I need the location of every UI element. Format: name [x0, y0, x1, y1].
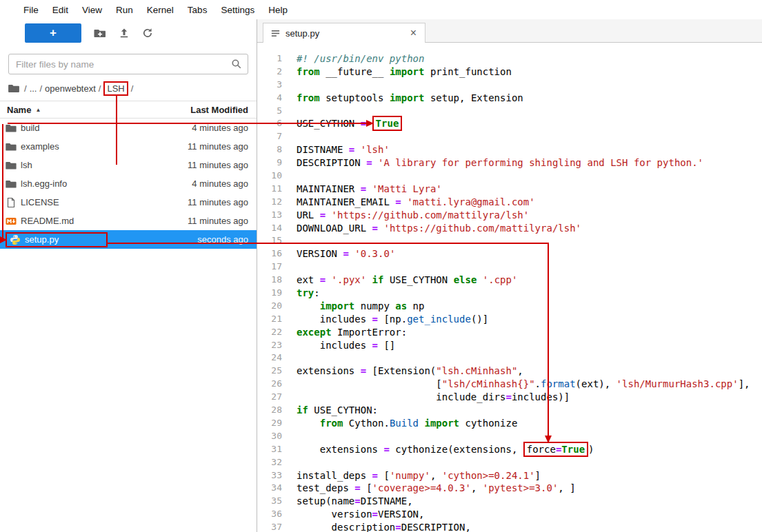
- code-line-36[interactable]: 36 version=VERSION,: [257, 508, 762, 521]
- file-row-license[interactable]: LICENSE11 minutes ago: [0, 193, 257, 212]
- code-line-27[interactable]: 27 include_dirs=includes)]: [257, 391, 762, 404]
- new-launcher-button[interactable]: +: [25, 23, 81, 43]
- menu-item-view[interactable]: View: [75, 5, 109, 15]
- filter-files-input[interactable]: [8, 54, 248, 74]
- code-line-11[interactable]: 11MAINTAINER = 'Matti Lyra': [257, 183, 762, 196]
- menu-item-run[interactable]: Run: [109, 5, 140, 15]
- file-row-readme-md[interactable]: README.md11 minutes ago: [0, 212, 257, 230]
- code-line-15[interactable]: 15: [257, 234, 762, 247]
- code-line-text: extensions = [Extension("lsh.cMinhash",: [290, 365, 523, 378]
- line-number-25: 25: [257, 365, 290, 378]
- code-line-25[interactable]: 25extensions = [Extension("lsh.cMinhash"…: [257, 365, 762, 378]
- file-row-lsh[interactable]: lsh11 minutes ago: [0, 156, 257, 174]
- code-line-text: include_dirs=includes)]: [290, 391, 570, 404]
- line-number-5: 5: [257, 105, 290, 118]
- home-folder-icon[interactable]: [8, 83, 19, 93]
- code-line-16[interactable]: 16VERSION = '0.3.0': [257, 247, 762, 260]
- refresh-icon[interactable]: [142, 28, 153, 39]
- file-row-lsh-egg-info[interactable]: lsh.egg-info4 minutes ago: [0, 174, 257, 193]
- code-line-3[interactable]: 3: [257, 79, 762, 92]
- menu-item-kernel[interactable]: Kernel: [140, 5, 181, 15]
- tab-label: setup.py: [285, 28, 408, 39]
- code-line-22[interactable]: 22except ImportError:: [257, 326, 762, 339]
- line-number-4: 4: [257, 92, 290, 105]
- code-line-34[interactable]: 34test_deps = ['coverage>=4.0.3', 'pytes…: [257, 482, 762, 495]
- code-line-21[interactable]: 21 includes = [np.get_include()]: [257, 313, 762, 326]
- folder-icon: [6, 178, 17, 190]
- code-line-5[interactable]: 5: [257, 105, 762, 118]
- close-tab-icon[interactable]: ×: [408, 27, 419, 39]
- code-line-10[interactable]: 10: [257, 170, 762, 183]
- line-number-2: 2: [257, 65, 290, 79]
- code-line-text: [290, 130, 297, 143]
- line-number-20: 20: [257, 300, 290, 313]
- code-line-text: DESCRIPTION = 'A library for performing …: [290, 156, 703, 170]
- column-header-last-modified[interactable]: Last Modified: [190, 105, 248, 115]
- code-line-2[interactable]: 2from __future__ import print_function: [257, 65, 762, 79]
- file-name-cell: lsh.egg-info: [6, 178, 67, 190]
- file-row-setup-py[interactable]: setup.pyseconds ago: [0, 230, 257, 249]
- upload-icon[interactable]: [119, 28, 130, 39]
- file-last-modified: 11 minutes ago: [188, 141, 248, 152]
- code-line-17[interactable]: 17: [257, 260, 762, 274]
- code-line-8[interactable]: 8DISTNAME = 'lsh': [257, 143, 762, 156]
- code-line-19[interactable]: 19try:: [257, 287, 762, 300]
- line-number-22: 22: [257, 326, 290, 339]
- line-number-32: 32: [257, 456, 290, 469]
- code-line-28[interactable]: 28if USE_CYTHON:: [257, 404, 762, 417]
- new-folder-icon[interactable]: [94, 28, 106, 39]
- annotation-line-lsh-to-folder: [116, 94, 117, 165]
- code-line-32[interactable]: 32: [257, 456, 762, 469]
- code-editor[interactable]: 1#! /usr/bin/env python2from __future__ …: [257, 43, 762, 532]
- code-line-29[interactable]: 29 from Cython.Build import cythonize: [257, 417, 762, 430]
- code-line-33[interactable]: 33install_deps = ['numpy', 'cython>=0.24…: [257, 469, 762, 482]
- code-line-13[interactable]: 13URL = 'https://github.com/mattilyra/ls…: [257, 209, 762, 222]
- code-line-text: [290, 260, 297, 274]
- line-number-19: 19: [257, 287, 290, 300]
- line-number-30: 30: [257, 430, 290, 443]
- menu-item-file[interactable]: File: [17, 5, 46, 15]
- code-line-7[interactable]: 7: [257, 130, 762, 143]
- line-number-9: 9: [257, 156, 290, 170]
- menu-item-help[interactable]: Help: [261, 5, 294, 15]
- file-browser-toolbar: +: [0, 19, 257, 47]
- code-line-20[interactable]: 20 import numpy as np: [257, 300, 762, 313]
- file-name-cell: setup.py: [6, 232, 108, 247]
- line-number-36: 36: [257, 508, 290, 521]
- menu-item-tabs[interactable]: Tabs: [181, 5, 214, 15]
- file-row-examples[interactable]: examples11 minutes ago: [0, 137, 257, 156]
- file-row-build[interactable]: build4 minutes ago: [0, 119, 257, 137]
- breadcrumb-item-openwebtext[interactable]: openwebtext: [45, 83, 96, 94]
- code-line-30[interactable]: 30: [257, 430, 762, 443]
- code-line-12[interactable]: 12MAINTAINER_EMAIL = 'matti.lyra@gmail.c…: [257, 196, 762, 209]
- line-number-21: 21: [257, 313, 290, 326]
- column-header-name[interactable]: Name▲: [7, 105, 41, 115]
- breadcrumb-item-[interactable]: ...: [30, 83, 37, 94]
- tab-setup-py[interactable]: setup.py ×: [263, 23, 425, 43]
- code-line-6[interactable]: 6USE_CYTHON = True: [257, 117, 762, 130]
- menu-item-edit[interactable]: Edit: [46, 5, 75, 15]
- code-line-37[interactable]: 37 description=DESCRIPTION,: [257, 521, 762, 532]
- code-line-24[interactable]: 24: [257, 351, 762, 365]
- file-name: LICENSE: [21, 197, 59, 207]
- file-name-cell: examples: [6, 141, 59, 152]
- code-line-text: ["lsh/cMinhash{}".format(ext), 'lsh/Murm…: [290, 378, 750, 391]
- main-area: setup.py × 1#! /usr/bin/env python2from …: [257, 19, 762, 532]
- code-line-1[interactable]: 1#! /usr/bin/env python: [257, 52, 762, 65]
- line-number-12: 12: [257, 196, 290, 209]
- file-name: setup.py: [25, 234, 59, 245]
- menu-item-settings[interactable]: Settings: [214, 5, 261, 15]
- file-name: README.md: [21, 216, 74, 226]
- code-line-4[interactable]: 4from setuptools import setup, Extension: [257, 92, 762, 105]
- line-number-1: 1: [257, 52, 290, 65]
- breadcrumb-item-lsh[interactable]: LSH: [103, 81, 128, 96]
- code-line-26[interactable]: 26 ["lsh/cMinhash{}".format(ext), 'lsh/M…: [257, 378, 762, 391]
- code-line-31[interactable]: 31 extensions = cythonize(extensions, fo…: [257, 443, 762, 456]
- code-line-18[interactable]: 18ext = '.pyx' if USE_CYTHON else '.cpp': [257, 274, 762, 287]
- code-line-35[interactable]: 35setup(name=DISTNAME,: [257, 495, 762, 508]
- code-line-9[interactable]: 9DESCRIPTION = 'A library for performing…: [257, 156, 762, 170]
- code-line-14[interactable]: 14DOWNLOAD_URL = 'https://github.com/mat…: [257, 222, 762, 235]
- code-line-23[interactable]: 23 includes = []: [257, 339, 762, 352]
- code-line-text: includes = []: [290, 339, 395, 352]
- code-line-text: includes = [np.get_include()]: [290, 313, 488, 326]
